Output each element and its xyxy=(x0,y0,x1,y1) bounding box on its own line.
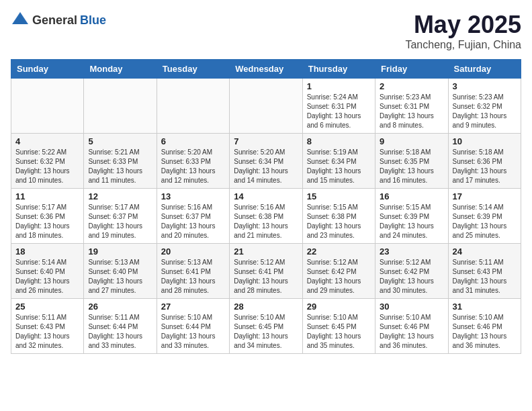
day-number: 17 xyxy=(453,191,517,201)
calendar-cell xyxy=(157,79,229,134)
weekday-header-row: Sunday Monday Tuesday Wednesday Thursday… xyxy=(11,60,521,79)
day-number: 31 xyxy=(453,302,517,312)
calendar-cell: 30Sunrise: 5:10 AM Sunset: 6:46 PM Dayli… xyxy=(375,299,448,354)
header-sunday: Sunday xyxy=(11,60,84,79)
header-monday: Monday xyxy=(84,60,157,79)
day-info: Sunrise: 5:18 AM Sunset: 6:35 PM Dayligh… xyxy=(380,148,443,185)
calendar-cell xyxy=(11,79,84,134)
week-row-1: 1Sunrise: 5:24 AM Sunset: 6:31 PM Daylig… xyxy=(11,79,521,134)
day-info: Sunrise: 5:14 AM Sunset: 6:40 PM Dayligh… xyxy=(15,258,79,295)
day-number: 30 xyxy=(380,302,443,312)
day-number: 7 xyxy=(234,136,298,146)
day-number: 9 xyxy=(380,136,443,146)
title-area: May 2025 Tancheng, Fujian, China xyxy=(405,11,521,51)
week-row-5: 25Sunrise: 5:11 AM Sunset: 6:43 PM Dayli… xyxy=(11,299,521,354)
calendar-cell: 3Sunrise: 5:23 AM Sunset: 6:32 PM Daylig… xyxy=(448,79,521,134)
day-number: 11 xyxy=(15,191,79,201)
day-number: 20 xyxy=(161,246,225,257)
day-info: Sunrise: 5:17 AM Sunset: 6:36 PM Dayligh… xyxy=(15,203,79,240)
day-number: 22 xyxy=(307,246,371,257)
calendar-cell: 26Sunrise: 5:11 AM Sunset: 6:44 PM Dayli… xyxy=(84,299,157,354)
day-number: 23 xyxy=(380,246,443,257)
day-number: 16 xyxy=(380,191,443,201)
day-number: 19 xyxy=(88,246,152,257)
day-info: Sunrise: 5:10 AM Sunset: 6:44 PM Dayligh… xyxy=(161,313,225,351)
calendar-cell: 28Sunrise: 5:10 AM Sunset: 6:45 PM Dayli… xyxy=(230,299,302,354)
calendar-cell: 1Sunrise: 5:24 AM Sunset: 6:31 PM Daylig… xyxy=(302,79,375,134)
day-info: Sunrise: 5:10 AM Sunset: 6:45 PM Dayligh… xyxy=(307,313,371,351)
calendar-cell: 22Sunrise: 5:12 AM Sunset: 6:42 PM Dayli… xyxy=(302,244,375,299)
day-number: 27 xyxy=(161,302,225,312)
day-number: 15 xyxy=(307,191,371,201)
calendar-cell: 2Sunrise: 5:23 AM Sunset: 6:31 PM Daylig… xyxy=(375,79,448,134)
location-title: Tancheng, Fujian, China xyxy=(405,39,521,51)
calendar-cell: 14Sunrise: 5:16 AM Sunset: 6:38 PM Dayli… xyxy=(230,189,302,244)
calendar-cell: 24Sunrise: 5:11 AM Sunset: 6:43 PM Dayli… xyxy=(448,244,521,299)
calendar-cell: 5Sunrise: 5:21 AM Sunset: 6:33 PM Daylig… xyxy=(84,134,157,189)
day-number: 5 xyxy=(88,136,152,146)
day-info: Sunrise: 5:23 AM Sunset: 6:32 PM Dayligh… xyxy=(453,93,517,130)
day-info: Sunrise: 5:11 AM Sunset: 6:43 PM Dayligh… xyxy=(453,258,517,295)
day-number: 6 xyxy=(161,136,225,146)
calendar-cell: 4Sunrise: 5:22 AM Sunset: 6:32 PM Daylig… xyxy=(11,134,84,189)
page-header: General Blue May 2025 Tancheng, Fujian, … xyxy=(11,11,521,51)
day-number: 18 xyxy=(15,246,79,257)
day-info: Sunrise: 5:21 AM Sunset: 6:33 PM Dayligh… xyxy=(88,148,152,185)
day-info: Sunrise: 5:19 AM Sunset: 6:34 PM Dayligh… xyxy=(307,148,371,185)
day-info: Sunrise: 5:13 AM Sunset: 6:40 PM Dayligh… xyxy=(88,258,152,295)
week-row-3: 11Sunrise: 5:17 AM Sunset: 6:36 PM Dayli… xyxy=(11,189,521,244)
calendar-cell: 10Sunrise: 5:18 AM Sunset: 6:36 PM Dayli… xyxy=(448,134,521,189)
header-wednesday: Wednesday xyxy=(230,60,302,79)
calendar-cell: 19Sunrise: 5:13 AM Sunset: 6:40 PM Dayli… xyxy=(84,244,157,299)
day-number: 29 xyxy=(307,302,371,312)
day-info: Sunrise: 5:20 AM Sunset: 6:34 PM Dayligh… xyxy=(234,148,298,185)
day-number: 1 xyxy=(307,81,371,91)
calendar-table: Sunday Monday Tuesday Wednesday Thursday… xyxy=(11,59,521,354)
calendar-cell: 13Sunrise: 5:16 AM Sunset: 6:37 PM Dayli… xyxy=(157,189,229,244)
calendar-cell: 21Sunrise: 5:12 AM Sunset: 6:41 PM Dayli… xyxy=(230,244,302,299)
header-friday: Friday xyxy=(375,60,448,79)
day-info: Sunrise: 5:14 AM Sunset: 6:39 PM Dayligh… xyxy=(453,203,517,240)
calendar-cell: 23Sunrise: 5:12 AM Sunset: 6:42 PM Dayli… xyxy=(375,244,448,299)
logo-icon xyxy=(11,11,30,30)
calendar-cell: 6Sunrise: 5:20 AM Sunset: 6:33 PM Daylig… xyxy=(157,134,229,189)
calendar-cell: 31Sunrise: 5:10 AM Sunset: 6:46 PM Dayli… xyxy=(448,299,521,354)
calendar-cell: 18Sunrise: 5:14 AM Sunset: 6:40 PM Dayli… xyxy=(11,244,84,299)
day-number: 25 xyxy=(15,302,79,312)
calendar-cell: 20Sunrise: 5:13 AM Sunset: 6:41 PM Dayli… xyxy=(157,244,229,299)
logo-text-blue: Blue xyxy=(80,13,106,28)
day-info: Sunrise: 5:23 AM Sunset: 6:31 PM Dayligh… xyxy=(380,93,443,130)
day-info: Sunrise: 5:22 AM Sunset: 6:32 PM Dayligh… xyxy=(15,148,79,185)
calendar-cell: 27Sunrise: 5:10 AM Sunset: 6:44 PM Dayli… xyxy=(157,299,229,354)
calendar-cell: 29Sunrise: 5:10 AM Sunset: 6:45 PM Dayli… xyxy=(302,299,375,354)
week-row-4: 18Sunrise: 5:14 AM Sunset: 6:40 PM Dayli… xyxy=(11,244,521,299)
calendar-cell: 8Sunrise: 5:19 AM Sunset: 6:34 PM Daylig… xyxy=(302,134,375,189)
day-info: Sunrise: 5:10 AM Sunset: 6:45 PM Dayligh… xyxy=(234,313,298,351)
calendar-cell: 17Sunrise: 5:14 AM Sunset: 6:39 PM Dayli… xyxy=(448,189,521,244)
day-info: Sunrise: 5:16 AM Sunset: 6:37 PM Dayligh… xyxy=(161,203,225,240)
day-info: Sunrise: 5:12 AM Sunset: 6:42 PM Dayligh… xyxy=(380,258,443,295)
day-number: 3 xyxy=(453,81,517,91)
day-number: 2 xyxy=(380,81,443,91)
day-info: Sunrise: 5:12 AM Sunset: 6:42 PM Dayligh… xyxy=(307,258,371,295)
logo-text-general: General xyxy=(32,13,77,28)
day-number: 8 xyxy=(307,136,371,146)
calendar-cell xyxy=(230,79,302,134)
day-info: Sunrise: 5:20 AM Sunset: 6:33 PM Dayligh… xyxy=(161,148,225,185)
day-info: Sunrise: 5:10 AM Sunset: 6:46 PM Dayligh… xyxy=(453,313,517,351)
day-info: Sunrise: 5:18 AM Sunset: 6:36 PM Dayligh… xyxy=(453,148,517,185)
calendar-cell: 9Sunrise: 5:18 AM Sunset: 6:35 PM Daylig… xyxy=(375,134,448,189)
day-info: Sunrise: 5:11 AM Sunset: 6:43 PM Dayligh… xyxy=(15,313,79,351)
day-number: 26 xyxy=(88,302,152,312)
calendar-cell: 15Sunrise: 5:15 AM Sunset: 6:38 PM Dayli… xyxy=(302,189,375,244)
day-info: Sunrise: 5:17 AM Sunset: 6:37 PM Dayligh… xyxy=(88,203,152,240)
day-number: 28 xyxy=(234,302,298,312)
day-number: 24 xyxy=(453,246,517,257)
calendar-cell: 12Sunrise: 5:17 AM Sunset: 6:37 PM Dayli… xyxy=(84,189,157,244)
day-number: 4 xyxy=(15,136,79,146)
day-info: Sunrise: 5:11 AM Sunset: 6:44 PM Dayligh… xyxy=(88,313,152,351)
calendar-cell: 11Sunrise: 5:17 AM Sunset: 6:36 PM Dayli… xyxy=(11,189,84,244)
day-info: Sunrise: 5:12 AM Sunset: 6:41 PM Dayligh… xyxy=(234,258,298,295)
day-number: 14 xyxy=(234,191,298,201)
day-info: Sunrise: 5:13 AM Sunset: 6:41 PM Dayligh… xyxy=(161,258,225,295)
